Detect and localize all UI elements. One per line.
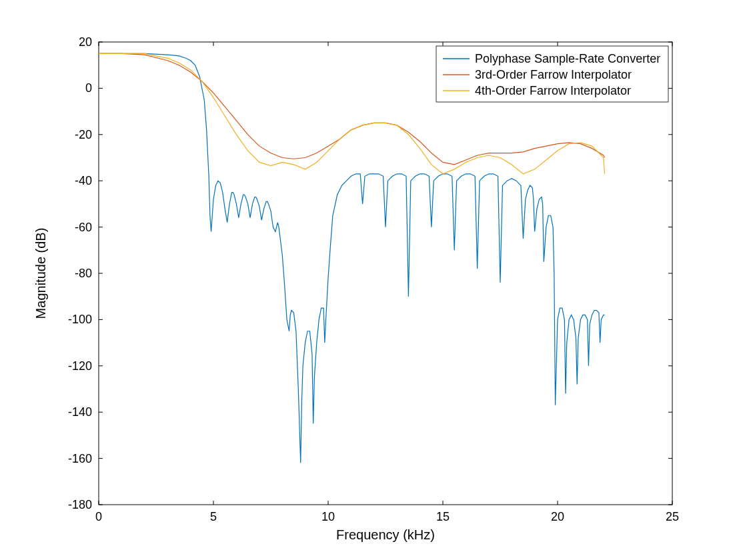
chart-svg: 0510152025-180-160-140-120-100-80-60-40-… [0,0,747,560]
legend: Polyphase Sample-Rate Converter3rd-Order… [436,46,668,102]
y-tick-label: -140 [68,405,92,419]
legend-label: Polyphase Sample-Rate Converter [475,52,660,65]
x-tick-label: 0 [95,510,102,523]
x-tick-label: 10 [321,510,335,523]
series-line-0 [99,53,605,463]
y-tick-label: -160 [68,452,92,465]
x-axis-label: Frequency (kHz) [336,527,435,542]
y-tick-label: -100 [68,313,92,326]
x-tick-label: 5 [210,510,217,523]
y-tick-label: -40 [75,174,92,187]
y-tick-label: -180 [68,498,92,511]
chart-container: 0510152025-180-160-140-120-100-80-60-40-… [0,0,747,560]
x-tick-label: 15 [436,510,450,523]
y-tick-label: 20 [79,35,92,49]
x-tick-label: 20 [551,510,564,523]
y-tick-label: -120 [68,359,92,373]
legend-label: 4th-Order Farrow Interpolator [475,84,631,97]
y-tick-label: -20 [75,128,92,141]
legend-label: 3rd-Order Farrow Interpolator [475,68,632,81]
x-tick-label: 25 [666,510,679,523]
y-axis-label: Magnitude (dB) [33,228,48,319]
y-tick-label: 0 [85,81,92,95]
y-tick-label: -80 [75,267,92,280]
series-group [99,53,605,463]
plot-area [99,42,672,505]
y-tick-label: -60 [75,221,92,234]
